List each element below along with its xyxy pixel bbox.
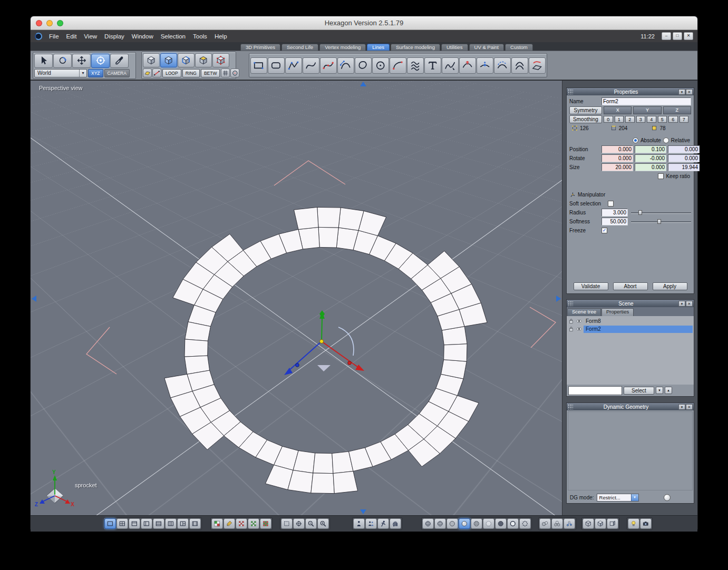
position-z-input[interactable] bbox=[668, 145, 700, 153]
dropdown-arrow-icon[interactable] bbox=[631, 494, 638, 501]
pan-right-arrow-icon[interactable] bbox=[556, 296, 561, 302]
relative-radio[interactable] bbox=[663, 137, 669, 143]
smoothing-level-0[interactable]: 0 bbox=[604, 116, 613, 123]
bezier-curve-tool-icon[interactable] bbox=[337, 57, 354, 74]
scene-search-input[interactable] bbox=[568, 386, 622, 395]
properties-header[interactable]: Properties bbox=[567, 88, 694, 95]
size-y-input[interactable] bbox=[635, 163, 666, 171]
radius-input[interactable] bbox=[601, 209, 628, 217]
layout-triple-icon[interactable] bbox=[177, 518, 189, 529]
cursor-icon[interactable] bbox=[34, 54, 53, 68]
scene-item-name[interactable]: Form2 bbox=[584, 326, 693, 333]
insert-point-tool-icon[interactable] bbox=[477, 57, 493, 74]
spheres-three-icon[interactable] bbox=[551, 518, 563, 529]
soft-selection-checkbox[interactable] bbox=[608, 201, 614, 207]
material-green-icon[interactable] bbox=[248, 518, 259, 529]
smoothing-button[interactable]: Smoothing bbox=[569, 115, 602, 123]
pan-left-arrow-icon[interactable] bbox=[32, 296, 36, 302]
pan-down-arrow-icon[interactable] bbox=[360, 509, 366, 514]
panel-grip[interactable] bbox=[568, 404, 573, 409]
properties-close-button[interactable] bbox=[686, 89, 693, 95]
radius-slider[interactable] bbox=[631, 210, 691, 215]
sphere-dark-icon[interactable] bbox=[495, 518, 507, 529]
close-button[interactable] bbox=[684, 32, 693, 40]
rotate-x-input[interactable] bbox=[601, 154, 633, 162]
scene-item-name[interactable]: Form8 bbox=[584, 318, 603, 325]
panel-grip[interactable] bbox=[568, 301, 573, 306]
curve-tool-icon[interactable] bbox=[303, 57, 319, 74]
select-button[interactable]: Select bbox=[624, 387, 654, 395]
layout-wide-icon[interactable] bbox=[189, 518, 201, 529]
sphere-points-icon[interactable] bbox=[519, 518, 531, 529]
betw-button[interactable]: BETW bbox=[201, 69, 220, 77]
menu-selection[interactable]: Selection bbox=[157, 33, 189, 40]
snap-grid-icon[interactable] bbox=[221, 68, 230, 77]
menu-display[interactable]: Display bbox=[101, 33, 128, 40]
free-curve-tool-icon[interactable] bbox=[442, 57, 459, 74]
smoothing-level-1[interactable]: 1 bbox=[615, 116, 624, 123]
smoothing-level-2[interactable]: 2 bbox=[625, 116, 635, 123]
cube-object-icon[interactable] bbox=[143, 53, 160, 67]
rectangle-tool-icon[interactable] bbox=[250, 57, 267, 74]
circle-tool-icon[interactable] bbox=[372, 57, 389, 74]
properties-collapse-button[interactable] bbox=[678, 89, 685, 95]
mac-close-button[interactable] bbox=[36, 20, 42, 26]
paintbrush-icon[interactable] bbox=[224, 518, 235, 529]
tab-utilities[interactable]: Utilities bbox=[441, 44, 468, 51]
panel-grip[interactable] bbox=[568, 89, 573, 94]
validate-button[interactable]: Validate bbox=[574, 282, 608, 290]
sphere-smooth-icon[interactable] bbox=[459, 518, 470, 529]
arc-tool-icon[interactable] bbox=[390, 57, 406, 74]
gizmo-cross-icon[interactable] bbox=[293, 518, 305, 529]
sphere-flat-icon[interactable] bbox=[446, 518, 458, 529]
menu-tools[interactable]: Tools bbox=[189, 33, 211, 40]
rotate-z-input[interactable] bbox=[668, 154, 700, 162]
texture-checker-icon[interactable] bbox=[211, 518, 223, 529]
scene-item-form2[interactable]: Form2 bbox=[567, 325, 694, 333]
sphere-wire-icon[interactable] bbox=[422, 518, 434, 529]
helix-tool-icon[interactable] bbox=[407, 57, 424, 74]
smoothing-level-4[interactable]: 4 bbox=[647, 116, 656, 123]
cube-points-icon[interactable] bbox=[212, 53, 229, 67]
eye-icon[interactable] bbox=[576, 318, 583, 325]
menu-help[interactable]: Help bbox=[211, 33, 231, 40]
position-y-input[interactable] bbox=[635, 145, 666, 153]
size-z-input[interactable] bbox=[668, 163, 700, 171]
material-mixed-icon[interactable] bbox=[260, 518, 271, 529]
menu-window[interactable]: Window bbox=[128, 33, 157, 40]
cube-edges-icon[interactable] bbox=[178, 53, 195, 67]
extract-curve-tool-icon[interactable] bbox=[494, 57, 511, 74]
grab-icon[interactable] bbox=[390, 518, 401, 529]
tab-surface-modeling[interactable]: Surface modeling bbox=[391, 44, 440, 51]
minimize-button[interactable] bbox=[662, 32, 671, 40]
tab-scene-properties[interactable]: Properties bbox=[601, 308, 634, 316]
dg-collapse-button[interactable] bbox=[678, 404, 685, 410]
rotate-y-input[interactable] bbox=[635, 154, 666, 162]
snapshot-icon[interactable] bbox=[640, 518, 652, 529]
layout-top-split-icon[interactable] bbox=[129, 518, 140, 529]
cube-wire-icon[interactable] bbox=[583, 518, 594, 529]
molecule-icon[interactable] bbox=[564, 518, 575, 529]
polyline-tool-icon[interactable] bbox=[285, 57, 302, 74]
scene-header[interactable]: Scene bbox=[567, 300, 694, 307]
mac-zoom-button[interactable] bbox=[57, 20, 63, 26]
snap-circle-icon[interactable] bbox=[230, 68, 239, 77]
rounded-rectangle-tool-icon[interactable] bbox=[268, 57, 285, 74]
smoothing-level-7[interactable]: 7 bbox=[680, 116, 689, 123]
tab-scene-tree[interactable]: Scene tree bbox=[567, 308, 601, 316]
text-tool-icon[interactable] bbox=[424, 57, 441, 74]
layout-cols-icon[interactable] bbox=[165, 518, 177, 529]
dg-close-button[interactable] bbox=[686, 404, 693, 410]
lock-icon[interactable] bbox=[568, 326, 575, 332]
panel-box-icon[interactable] bbox=[607, 518, 618, 529]
layout-grid4-icon[interactable] bbox=[117, 518, 128, 529]
zoom-out-icon[interactable] bbox=[305, 518, 317, 529]
maximize-button[interactable] bbox=[673, 32, 682, 40]
pan-icon[interactable] bbox=[72, 54, 91, 68]
project-curve-tool-icon[interactable] bbox=[529, 57, 546, 74]
lock-icon[interactable] bbox=[568, 318, 575, 325]
freeze-checkbox[interactable] bbox=[601, 228, 607, 233]
xyz-button[interactable]: XYZ bbox=[88, 69, 103, 77]
sphere-ghost-icon[interactable] bbox=[483, 518, 494, 529]
interpolated-curve-tool-icon[interactable] bbox=[320, 57, 337, 74]
